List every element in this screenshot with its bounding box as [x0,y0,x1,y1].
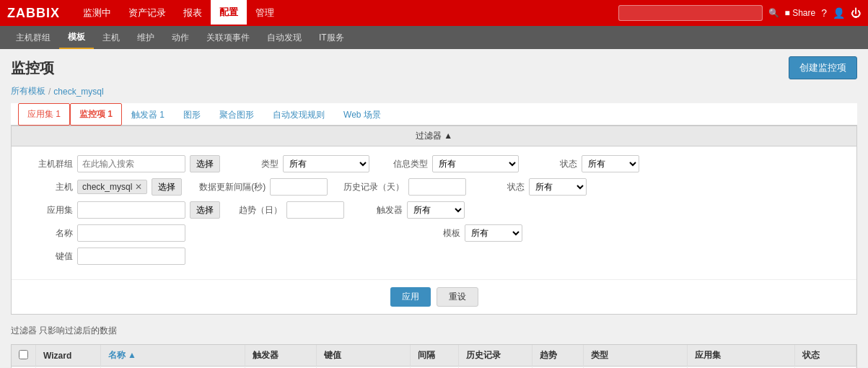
help-icon[interactable]: ? [821,7,827,19]
nav-admin[interactable]: 管理 [247,0,283,26]
col-name: 名称 ▲ [100,345,245,367]
filter-group-type: 类型 所有 [232,155,369,172]
sort-name-link[interactable]: 名称 ▲ [108,350,136,360]
top-nav-bar: ZABBIX 监测中 资产记录 报表 配置 管理 🔍 ■ Share ? 👤 ⏻ [0,0,868,26]
filter-toggle[interactable]: 过滤器 ▲ [12,126,856,146]
col-appset: 应用集 [687,345,794,367]
reset-button[interactable]: 重设 [437,287,478,307]
host-select-button[interactable]: 选择 [152,178,182,196]
filter-info: 过滤器 只影响过滤后的数据 [11,322,857,340]
page-title: 监控项 [11,58,54,78]
label-trigger: 触发器 [356,204,403,216]
col-wizard: Wizard [36,345,101,367]
filter-body: 主机群组 选择 类型 所有 信息类型 所有 状态 [12,146,856,279]
col-history: 历史记录 [458,345,532,367]
hostgroup-select-button[interactable]: 选择 [190,155,220,172]
host-tag-remove[interactable]: ✕ [135,182,142,192]
filter-group-trend: 趋势（日） [232,201,344,219]
user-icon[interactable]: 👤 [833,7,845,19]
tab-aggregate[interactable]: 聚合图形 [210,104,263,126]
interval-input[interactable] [270,178,328,196]
power-icon[interactable]: ⏻ [851,7,861,19]
monitors-table: Wizard 名称 ▲ 触发器 键值 间隔 历史记录 趋势 类型 应用集 状态 [12,345,856,368]
nav-maintenance[interactable]: 维护 [128,26,163,49]
tab-discovery[interactable]: 自动发现规则 [263,104,334,126]
filter-group-template: 模板 所有 [413,224,522,242]
nav-reports[interactable]: 报表 [175,0,211,26]
infotype-select[interactable]: 所有 [432,155,519,172]
top-nav-items: 监测中 资产记录 报表 配置 管理 [74,0,618,26]
nav-templates[interactable]: 模板 [59,26,94,49]
appset-select-button[interactable]: 选择 [190,201,220,219]
nav-assets[interactable]: 资产记录 [120,0,175,26]
logo: ZABBIX [7,6,60,21]
nav-hosts[interactable]: 主机 [94,26,128,49]
history-input[interactable] [408,178,466,196]
key-input[interactable] [77,247,185,265]
nav-config[interactable]: 配置 [211,0,247,26]
tab-appset[interactable]: 应用集 1 [18,103,70,126]
host-tag-value: check_mysql [82,182,132,192]
table-container: Wizard 名称 ▲ 触发器 键值 间隔 历史记录 趋势 类型 应用集 状态 [11,344,857,368]
nav-events[interactable]: 关联项事件 [198,26,258,49]
name-input[interactable] [77,224,185,242]
appset-input[interactable] [77,201,185,219]
hostgroup-input[interactable] [77,155,185,172]
type-select[interactable]: 所有 [283,155,369,172]
col-type: 类型 [584,345,687,367]
filter-section: 过滤器 ▲ 主机群组 选择 类型 所有 信息类型 所有 [11,126,857,315]
label-hostgroup: 主机群组 [26,158,73,170]
page-header: 监控项 创建监控项 [11,56,857,79]
nav-monitor[interactable]: 监测中 [74,0,120,26]
select-all-checkbox[interactable] [19,350,28,359]
filter-group-trigger: 触发器 所有 [356,201,465,219]
page-content: 监控项 创建监控项 所有模板 / check_mysql 应用集 1 监控项 1… [0,49,868,368]
filter-group-key: 键值 [26,247,185,265]
nav-discovery[interactable]: 自动发现 [258,26,310,49]
tab-web[interactable]: Web 场景 [334,104,390,126]
filter-group-history: 历史记录（天） [339,178,466,196]
label-trend: 趋势（日） [232,204,282,216]
secondary-nav: 主机群组 模板 主机 维护 动作 关联项事件 自动发现 IT服务 [0,26,868,49]
trend-input[interactable] [286,201,344,219]
filter-row-2: 主机 check_mysql ✕ 选择 数据更新间隔(秒) 历史记录（天） [26,178,842,196]
tab-monitors[interactable]: 监控项 1 [70,103,122,126]
template-select[interactable]: 所有 [465,224,522,242]
col-status: 状态 [795,345,856,367]
tab-graphs[interactable]: 图形 [174,104,210,126]
label-key: 键值 [26,250,73,263]
breadcrumb-sep: / [48,87,51,97]
status2-select[interactable]: 所有 [529,178,587,196]
breadcrumb-current[interactable]: check_mysql [53,87,103,97]
col-trend: 趋势 [532,345,584,367]
nav-itservices[interactable]: IT服务 [310,26,353,49]
filter-group-host: 主机 check_mysql ✕ 选择 [26,178,182,196]
share-label: ■ Share [785,8,816,18]
tabs-bar: 应用集 1 监控项 1 触发器 1 图形 聚合图形 自动发现规则 Web 场景 [11,103,857,126]
col-checkbox [12,345,36,367]
nav-actions[interactable]: 动作 [163,26,198,49]
label-infotype: 信息类型 [381,158,428,170]
filter-row-1: 主机群组 选择 类型 所有 信息类型 所有 状态 [26,155,842,172]
filter-actions: 应用 重设 [12,279,856,314]
status1-select[interactable]: 所有 [582,155,639,172]
filter-group-status2: 状态 所有 [478,178,587,196]
filter-group-infotype: 信息类型 所有 [381,155,519,172]
label-history: 历史记录（天） [339,181,404,193]
col-interval: 间隔 [410,345,458,367]
host-tag: check_mysql ✕ [77,180,147,194]
top-nav-right: 🔍 ■ Share ? 👤 ⏻ [618,5,861,21]
filter-group-status1: 状态 所有 [530,155,639,172]
label-interval: 数据更新间隔(秒) [193,181,266,193]
tab-triggers[interactable]: 触发器 1 [122,104,174,126]
create-monitor-button[interactable]: 创建监控项 [789,56,857,79]
nav-hostgroups[interactable]: 主机群组 [7,26,59,49]
search-icon[interactable]: 🔍 [768,8,779,18]
col-triggers: 触发器 [245,345,317,367]
search-input[interactable] [618,5,763,21]
apply-button[interactable]: 应用 [390,287,431,307]
trigger-select[interactable]: 所有 [407,201,465,219]
label-template: 模板 [413,227,460,240]
filter-row-4: 名称 模板 所有 [26,224,842,242]
breadcrumb-parent[interactable]: 所有模板 [11,85,45,97]
